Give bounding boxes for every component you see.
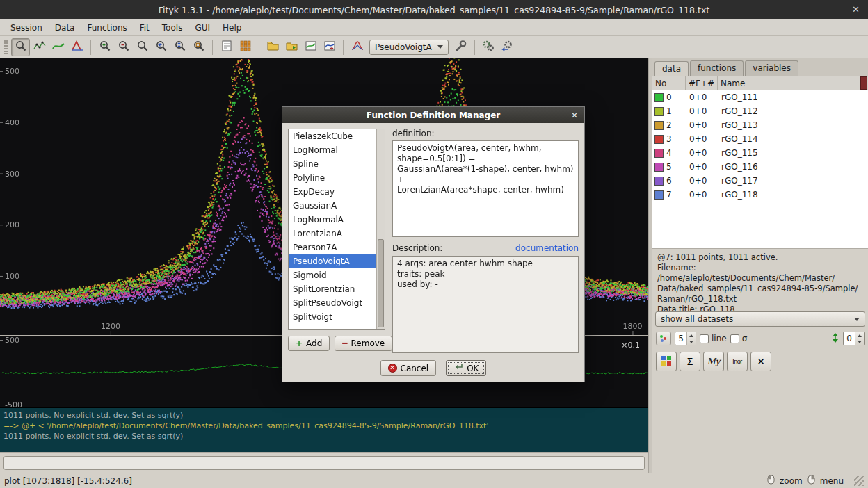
function-list-item-SplitVoigt[interactable]: SplitVoigt	[289, 310, 376, 324]
dataset-color-swatch[interactable]	[654, 177, 664, 186]
dataset-color-swatch[interactable]	[654, 107, 664, 116]
folder-open-icon	[267, 40, 280, 54]
zoom-mode-button[interactable]	[11, 38, 30, 56]
add-function-button[interactable]	[348, 38, 367, 56]
output-console[interactable]: 1011 points. No explicit std. dev. Set a…	[0, 407, 648, 452]
data-range-mode-button[interactable]	[30, 38, 49, 56]
definition-textarea[interactable]: PseudoVoigtA(area, center, hwhm, shape=0…	[392, 140, 579, 237]
spin-up-icon[interactable]	[687, 332, 696, 339]
dataset-row-5[interactable]: 50+0rGO_116	[652, 160, 868, 174]
function-list-item-PseudoVoigtA[interactable]: PseudoVoigtA	[289, 254, 376, 268]
add-definition-button[interactable]: +Add	[288, 336, 330, 351]
tab-data[interactable]: data	[654, 61, 689, 76]
dataset-color-swatch[interactable]	[654, 135, 664, 144]
transform-data-button[interactable]: My	[703, 352, 724, 371]
sigma-checkbox[interactable]	[730, 334, 739, 343]
dataset-color-swatch[interactable]	[654, 190, 664, 200]
dataset-row-3[interactable]: 30+0rGO_114	[652, 132, 868, 146]
menu-data[interactable]: Data	[49, 21, 81, 35]
dialog-titlebar[interactable]: Function Definition Manager ✕	[282, 107, 584, 123]
dataset-row-4[interactable]: 40+0rGO_115	[652, 146, 868, 160]
function-list-item-LogNormalA[interactable]: LogNormalA	[289, 213, 376, 227]
function-list-item-Polyline[interactable]: Polyline	[289, 171, 376, 185]
point-style-button[interactable]	[656, 332, 671, 345]
documentation-link[interactable]: documentation	[515, 243, 579, 253]
zoom-out-button[interactable]	[114, 38, 133, 56]
dataset-row-2[interactable]: 20+0rGO_113	[652, 118, 868, 132]
list-scrollbar[interactable]	[376, 129, 385, 329]
export-session-button[interactable]	[320, 38, 339, 56]
cancel-button[interactable]: ✕Cancel	[380, 360, 437, 376]
zoom-all-button[interactable]	[189, 38, 208, 56]
function-list-item-Spline[interactable]: Spline	[289, 157, 376, 171]
spin-down-icon[interactable]	[687, 339, 696, 345]
baseline-mode-button[interactable]	[49, 38, 67, 56]
tab-functions[interactable]: functions	[690, 60, 744, 76]
run-fit-button[interactable]	[479, 38, 498, 56]
spin-down-icon[interactable]	[855, 339, 864, 345]
function-type-select[interactable]: PseudoVoigtA	[369, 40, 449, 55]
delete-dataset-button[interactable]: ✕	[750, 352, 771, 371]
function-list-item-LogNormal[interactable]: LogNormal	[289, 143, 376, 157]
ok-button[interactable]: OK	[446, 360, 486, 376]
execute-script-button[interactable]	[282, 38, 301, 56]
description-label: Description:	[392, 243, 442, 253]
shift-stepper[interactable]: 0	[843, 332, 865, 345]
dialog-close-button[interactable]: ✕	[571, 111, 578, 120]
remove-definition-button[interactable]: ━Remove	[335, 336, 392, 351]
point-size-arrows[interactable]	[686, 332, 696, 345]
list-scrollbar-thumb[interactable]	[378, 239, 384, 327]
dataset-color-swatch[interactable]	[654, 121, 664, 130]
function-list-item-SplitLorentzian[interactable]: SplitLorentzian	[289, 282, 376, 296]
resize-grip[interactable]	[854, 476, 864, 486]
dataset-row-6[interactable]: 60+0rGO_117	[652, 174, 868, 188]
point-size-stepper[interactable]: 5	[675, 332, 696, 345]
toolbar-grip[interactable]	[4, 40, 8, 54]
menu-help[interactable]: Help	[216, 21, 248, 35]
dialog-body: PielaszekCubeLogNormalSplinePolylineExpD…	[282, 123, 584, 382]
save-image-button[interactable]	[301, 38, 320, 56]
peak-draw-mode-button[interactable]	[67, 38, 86, 56]
spin-up-icon[interactable]	[855, 332, 864, 339]
zoom-vertical-button[interactable]	[170, 38, 189, 56]
function-list-item-GaussianA[interactable]: GaussianA	[289, 199, 376, 213]
dataset-row-1[interactable]: 10+0rGO_112	[652, 104, 868, 118]
dataset-color-swatch[interactable]	[654, 149, 664, 158]
toolbar-separator	[474, 40, 475, 55]
line-checkbox[interactable]	[700, 334, 709, 343]
normalize-data-button[interactable]: Inor	[727, 352, 748, 371]
shift-arrows[interactable]	[855, 332, 864, 345]
dataset-filter-select[interactable]: show all datasets	[655, 311, 865, 327]
dataset-row-7[interactable]: 70+0rGO_118	[652, 188, 868, 202]
define-function-button[interactable]	[451, 38, 470, 56]
baseline-doc-button[interactable]	[217, 38, 236, 56]
window-close-button[interactable]: ✕	[852, 4, 860, 15]
zoom-in-button[interactable]	[95, 38, 114, 56]
function-list-item-ExpDecay[interactable]: ExpDecay	[289, 185, 376, 199]
sum-datasets-button[interactable]: Σ	[680, 352, 700, 371]
function-type-list[interactable]: PielaszekCubeLogNormalSplinePolylineExpD…	[288, 129, 385, 330]
command-input[interactable]	[3, 456, 645, 470]
menu-session[interactable]: Session	[4, 21, 49, 35]
data-table-button[interactable]	[656, 352, 677, 371]
menu-tools[interactable]: Tools	[156, 21, 189, 35]
data-grid-button[interactable]	[236, 38, 255, 56]
dataset-color-swatch[interactable]	[654, 163, 664, 172]
zoom-100-button[interactable]	[133, 38, 152, 56]
function-list-item-Pearson7A[interactable]: Pearson7A	[289, 241, 376, 254]
line-checkbox-label: line	[712, 334, 727, 343]
zoom-previous-button[interactable]	[152, 38, 170, 56]
function-list-item-PielaszekCube[interactable]: PielaszekCube	[289, 129, 376, 143]
function-list-item-SplitPseudoVoigt[interactable]: SplitPseudoVoigt	[289, 296, 376, 310]
menu-functions[interactable]: Functions	[81, 21, 133, 35]
undo-fit-button[interactable]	[498, 38, 517, 56]
function-list-item-LorentzianA[interactable]: LorentzianA	[289, 227, 376, 241]
open-file-button[interactable]	[264, 38, 282, 56]
function-list-item-Sigmoid[interactable]: Sigmoid	[289, 268, 376, 282]
menu-gui[interactable]: GUI	[188, 21, 216, 35]
tab-variables[interactable]: variables	[745, 60, 798, 76]
dataset-color-swatch[interactable]	[654, 93, 664, 102]
dataset-row-0[interactable]: 00+0rGO_111	[652, 90, 868, 104]
cancel-label: Cancel	[401, 364, 429, 373]
menu-fit[interactable]: Fit	[134, 21, 156, 35]
